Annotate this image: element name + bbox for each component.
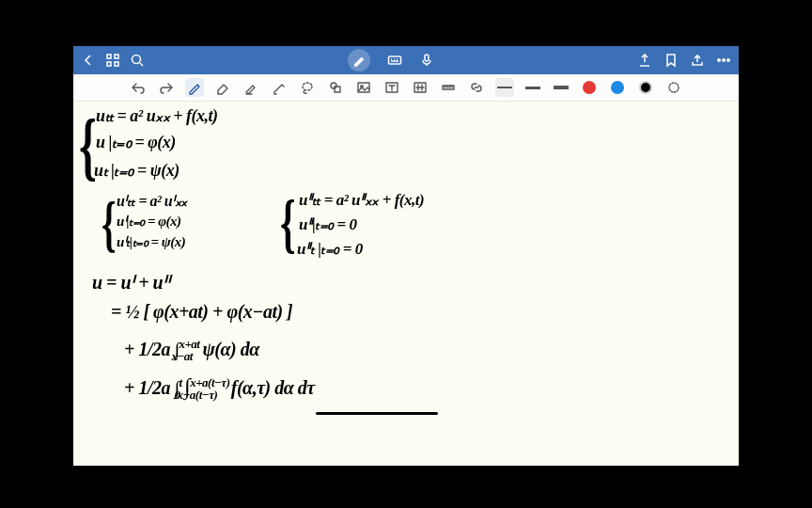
eq-line: uᴵᴵₜ |ₜ₌₀ = 0 bbox=[297, 239, 363, 259]
link-tool[interactable] bbox=[467, 78, 486, 97]
color-red[interactable] bbox=[580, 78, 599, 97]
pen-mode-button[interactable] bbox=[348, 49, 370, 71]
eraser-tool[interactable] bbox=[213, 78, 232, 97]
redo-button[interactable] bbox=[157, 78, 176, 97]
eq-line: + 1/2a ∫x+atx−at ψ(α) dα bbox=[124, 337, 259, 364]
svg-rect-3 bbox=[115, 62, 118, 66]
eq-line: uₜ |ₜ₌₀ = ψ(x) bbox=[94, 160, 180, 181]
eq-line: uᴵᴵₜₜ = a² uᴵᴵₓₓ + f(x,t) bbox=[299, 190, 424, 210]
search-icon[interactable] bbox=[130, 53, 145, 68]
svg-point-18 bbox=[669, 83, 679, 92]
eq-line: uᴵₜ|ₜ₌₀ = ψ(x) bbox=[117, 233, 185, 250]
eq-line: uₜₜ = a² uₓₓ + f(x,t) bbox=[96, 105, 217, 126]
underline bbox=[316, 412, 438, 415]
shape-tool[interactable] bbox=[326, 78, 345, 97]
eq-line: uᴵ|ₜ₌₀ = φ(x) bbox=[117, 213, 180, 230]
svg-point-8 bbox=[723, 59, 725, 61]
pen-tool[interactable] bbox=[185, 78, 204, 97]
share-icon[interactable] bbox=[690, 53, 705, 68]
svg-point-7 bbox=[718, 59, 720, 61]
color-black[interactable] bbox=[636, 78, 655, 97]
color-picker[interactable] bbox=[664, 78, 683, 97]
image-tool[interactable] bbox=[354, 78, 373, 97]
svg-point-11 bbox=[331, 83, 336, 88]
highlighter-tool[interactable] bbox=[242, 78, 260, 97]
eq-line: = ½ [ φ(x+at) + φ(x−at) ] bbox=[111, 301, 292, 323]
eq-line: u = uᴵ + uᴵᴵ bbox=[92, 271, 169, 294]
mic-icon[interactable] bbox=[419, 53, 434, 68]
eq-line: uᴵᴵ|ₜ₌₀ = 0 bbox=[299, 214, 356, 234]
pencil-tool[interactable] bbox=[270, 78, 289, 97]
keyboard-icon[interactable] bbox=[387, 53, 402, 68]
brace-sub1: { bbox=[102, 188, 117, 260]
toolbar bbox=[73, 74, 739, 102]
text-tool[interactable] bbox=[383, 78, 401, 97]
apps-icon[interactable] bbox=[105, 53, 120, 68]
titlebar bbox=[73, 46, 739, 74]
attach-tool[interactable] bbox=[411, 78, 429, 97]
svg-rect-5 bbox=[389, 56, 401, 64]
eq-line: u |ₜ₌₀ = φ(x) bbox=[96, 132, 176, 152]
app-window: { uₜₜ = a² uₓₓ + f(x,t) u |ₜ₌₀ = φ(x) uₜ… bbox=[73, 46, 739, 466]
lasso-tool[interactable] bbox=[298, 78, 317, 97]
svg-rect-6 bbox=[425, 55, 429, 61]
line-med[interactable] bbox=[523, 78, 542, 97]
svg-rect-0 bbox=[107, 55, 111, 58]
line-thick[interactable] bbox=[552, 78, 570, 97]
eq-line: uᴵₜₜ = a² uᴵₓₓ bbox=[117, 192, 187, 210]
color-blue[interactable] bbox=[608, 78, 627, 97]
svg-point-10 bbox=[303, 83, 312, 90]
svg-point-4 bbox=[133, 56, 141, 64]
line-thin[interactable] bbox=[495, 78, 514, 97]
ruler-tool[interactable] bbox=[439, 78, 458, 97]
export-icon[interactable] bbox=[637, 53, 652, 68]
svg-point-9 bbox=[727, 59, 729, 61]
undo-button[interactable] bbox=[129, 78, 148, 97]
bookmark-icon[interactable] bbox=[664, 53, 679, 68]
svg-rect-1 bbox=[115, 55, 118, 58]
eq-line: + 1/2a ∫t0 ∫x+a(t−τ)x−a(t−τ) f(α,τ) dα d… bbox=[124, 374, 315, 403]
svg-rect-2 bbox=[107, 62, 111, 66]
more-icon[interactable] bbox=[716, 53, 731, 68]
note-canvas[interactable]: { uₜₜ = a² uₓₓ + f(x,t) u |ₜ₌₀ = φ(x) uₜ… bbox=[73, 102, 739, 466]
back-icon[interactable] bbox=[81, 53, 96, 68]
brace-sub2: { bbox=[280, 186, 296, 262]
